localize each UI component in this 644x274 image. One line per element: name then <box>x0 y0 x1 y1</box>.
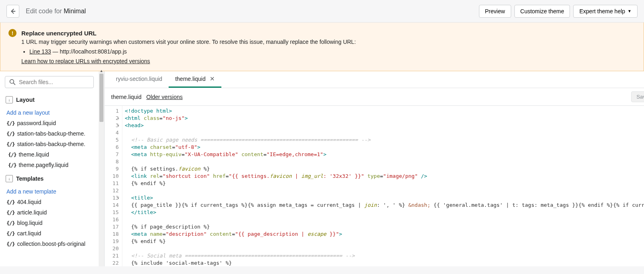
search-input[interactable] <box>19 79 89 85</box>
liquid-file-icon: {/} <box>6 210 14 216</box>
code-line[interactable]: {% endif %} <box>125 180 644 187</box>
sidebar-scrollbar-thumb[interactable] <box>99 74 103 122</box>
file-item[interactable]: {/}404.liquid <box>5 197 94 207</box>
liquid-file-icon: {/} <box>6 141 14 147</box>
tab-label: ryviu-section.liquid <box>116 76 162 82</box>
file-list: Add a new template{/}404.liquid{/}articl… <box>5 186 94 249</box>
line-number: 18 <box>105 231 119 238</box>
sidebar-content: ↓LayoutAdd a new layout{/}password.liqui… <box>0 71 99 266</box>
file-name: theme.pagefly.liquid <box>19 162 68 168</box>
liquid-file-icon: {/} <box>8 152 16 158</box>
file-item[interactable]: {/}station-tabs-backup-theme. <box>5 139 94 149</box>
code-line[interactable]: {% if page_description %} <box>125 223 644 231</box>
topbar-actions: Preview Customize theme Expert theme hel… <box>479 5 638 18</box>
line-number: 19 <box>105 238 119 245</box>
file-meta-left: theme.liquid Older versions <box>111 94 183 100</box>
line-gutter: 1234567891011121314151617181920212223242… <box>105 106 122 266</box>
code-line[interactable]: <link rel="shortcut icon" href="{{ setti… <box>125 173 644 180</box>
line-number: 22 <box>105 260 119 266</box>
liquid-file-icon: {/} <box>6 120 14 126</box>
close-icon[interactable]: ✕ <box>210 75 215 82</box>
warning-help-link[interactable]: Learn how to replace URLs with encrypted… <box>21 58 150 64</box>
code-area[interactable]: 1234567891011121314151617181920212223242… <box>105 106 644 266</box>
code-line[interactable]: <!doctype html> <box>125 107 644 115</box>
code-line[interactable] <box>125 129 644 136</box>
save-button[interactable]: Save <box>631 91 644 102</box>
chevron-down-icon: ▼ <box>627 9 632 13</box>
code-content[interactable]: <!doctype html><html class="no-js"><head… <box>122 106 644 266</box>
warning-sep: — <box>51 48 60 55</box>
code-line[interactable]: <meta name="description" content="{{ pag… <box>125 231 644 238</box>
code-line[interactable]: {{ page_title }}{% if current_tags %}{% … <box>125 202 644 209</box>
sidebar: ↓LayoutAdd a new layout{/}password.liqui… <box>0 71 105 266</box>
topbar: Edit code for Minimal Preview Customize … <box>0 0 644 23</box>
current-file-name: theme.liquid <box>111 94 142 100</box>
file-name: station-tabs-backup-theme. <box>17 141 85 147</box>
file-list: Add a new layout{/}password.liquid{/}sta… <box>5 107 94 170</box>
code-line[interactable]: <meta http-equiv="X-UA-Compatible" conte… <box>125 151 644 158</box>
liquid-file-icon: {/} <box>6 199 14 205</box>
code-line[interactable]: <!-- Social meta =======================… <box>125 252 644 260</box>
scrollbar-up-icon[interactable]: ▲ <box>99 68 104 74</box>
line-number: 9 <box>105 165 119 173</box>
caret-down-icon: ↓ <box>6 96 13 103</box>
code-line[interactable]: {% if settings.favicon %} <box>125 165 644 173</box>
section-header[interactable]: ↓Layout <box>5 94 94 106</box>
code-line[interactable]: <head> <box>125 122 644 129</box>
file-item[interactable]: {/}station-tabs-backup-theme. <box>5 128 94 139</box>
code-line[interactable]: </title> <box>125 209 644 216</box>
editor-pane: ryviu-section.liquidtheme.liquid✕ theme.… <box>105 71 644 266</box>
line-number: 12 <box>105 187 119 194</box>
file-item[interactable]: {/}password.liquid <box>5 118 94 128</box>
file-item[interactable]: {/}theme.liquid <box>5 149 94 160</box>
editor-tab[interactable]: ryviu-section.liquid <box>109 71 169 88</box>
search-box[interactable] <box>5 76 94 88</box>
code-line[interactable]: {% endif %} <box>125 238 644 245</box>
code-line[interactable]: {% include 'social-meta-tags' %} <box>125 260 644 266</box>
code-line[interactable] <box>125 216 644 223</box>
back-button[interactable] <box>6 5 19 18</box>
file-item[interactable]: {/}collection.boost-pfs-original <box>5 239 94 249</box>
main-area: ↓LayoutAdd a new layout{/}password.liqui… <box>0 71 644 266</box>
line-number: 10 <box>105 173 119 180</box>
code-line[interactable]: <html class="no-js"> <box>125 115 644 122</box>
older-versions-link[interactable]: Older versions <box>147 94 183 100</box>
expert-help-button[interactable]: Expert theme help ▼ <box>573 5 638 18</box>
line-number: 8 <box>105 158 119 165</box>
line-number: 3 <box>105 122 119 129</box>
editor-tab[interactable]: theme.liquid✕ <box>169 71 221 88</box>
line-number: 15 <box>105 209 119 216</box>
code-line[interactable] <box>125 187 644 194</box>
file-item[interactable]: {/}blog.liquid <box>5 218 94 228</box>
code-line[interactable] <box>125 245 644 252</box>
title-prefix: Edit code for <box>26 8 64 14</box>
add-new-link[interactable]: Add a new template <box>5 186 94 197</box>
file-name: collection.boost-pfs-original <box>17 241 85 247</box>
line-number: 11 <box>105 180 119 187</box>
file-item[interactable]: {/}cart.liquid <box>5 228 94 239</box>
warning-text: 1 URL may trigger security warnings when… <box>21 39 636 45</box>
section-title: Templates <box>16 175 43 182</box>
warning-title: Replace unencrypted URL <box>21 30 97 37</box>
code-line[interactable] <box>125 158 644 165</box>
warning-url: http://localhost:8081/app.js <box>60 48 127 55</box>
code-line[interactable]: <title> <box>125 194 644 202</box>
file-item[interactable]: {/}theme.pagefly.liquid <box>5 160 94 170</box>
file-name: theme.liquid <box>19 151 49 158</box>
warning-header: ! Replace unencrypted URL <box>8 29 636 37</box>
customize-theme-button[interactable]: Customize theme <box>514 5 570 18</box>
code-line[interactable]: <!-- Basic page needs ==================… <box>125 136 644 144</box>
warning-line-link[interactable]: Line 133 <box>29 48 51 55</box>
section-header[interactable]: ↓Templates <box>5 173 94 185</box>
search-icon <box>9 79 16 85</box>
line-number: 14 <box>105 202 119 209</box>
file-item[interactable]: {/}article.liquid <box>5 207 94 218</box>
file-name: password.liquid <box>17 120 56 126</box>
warning-list-item: Line 133 — http://localhost:8081/app.js <box>29 48 636 55</box>
preview-button[interactable]: Preview <box>479 5 511 18</box>
line-number: 5 <box>105 136 119 144</box>
line-number: 6 <box>105 144 119 151</box>
add-new-link[interactable]: Add a new layout <box>5 107 94 118</box>
code-line[interactable]: <meta charset="utf-8"> <box>125 144 644 151</box>
sidebar-scrollbar[interactable]: ▲ <box>99 71 104 266</box>
